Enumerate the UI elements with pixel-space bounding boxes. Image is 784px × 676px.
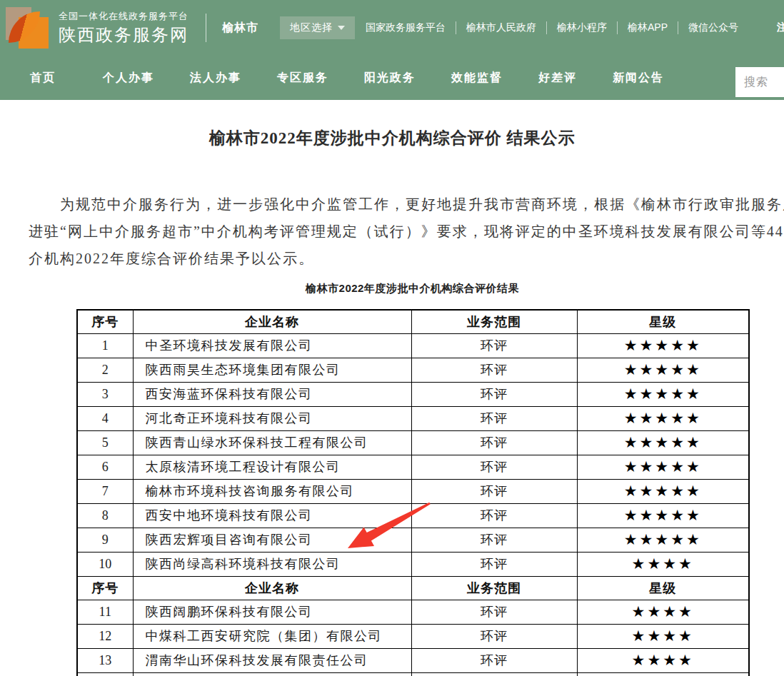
table-row: 12中煤科工西安研究院（集团）有限公司环评★★★★ [77,624,749,648]
table-row: 8西安中地环境科技有限公司环评★★★★★ [77,503,749,528]
nav-item[interactable]: 首页 [30,71,56,86]
cell-no: 7 [77,479,133,503]
star-rating: ★★★★ [577,600,749,624]
table-row: 5陕西青山绿水环保科技工程有限公司环评★★★★★ [77,430,749,455]
cell-name: 陕西宏辉项目咨询有限公司 [133,528,411,552]
column-header: 业务范围 [411,310,577,333]
column-header: 星级 [577,310,749,333]
nav-item[interactable]: 新闻公告 [613,71,664,86]
top-link[interactable]: 榆林小程序 [547,21,618,34]
cell-name: 陕西阔鹏环保科技有限公司 [133,600,411,624]
table-row: 11陕西阔鹏环保科技有限公司环评★★★★ [77,600,749,624]
top-link[interactable]: 榆林市人民政府 [456,21,547,34]
table-row: 7榆林市环境科技咨询服务有限公司环评★★★★★ [77,479,749,503]
announcement-paragraph: 为规范中介服务行为，进一步强化中介监管工作，更好地提升我市营商环境，根据《榆林市… [0,191,784,272]
cell-no: 1 [77,333,133,358]
cell-no: 2 [77,358,133,382]
nav-item[interactable]: 好差评 [538,71,577,86]
star-rating: ★★★★★ [577,503,749,528]
cell-name: 西安中地环境科技有限公司 [133,503,411,528]
table-row: 4河北奇正环境科技有限公司环评★★★★★ [77,406,749,430]
star-rating: ★★★★★ [577,479,749,503]
cell-scope: 环评 [411,503,577,528]
evaluation-results-table: 序号企业名称业务范围星级1中圣环境科技发展有限公司环评★★★★★2陕西雨昊生态环… [76,309,750,676]
cell-scope: 环评 [411,455,577,479]
nav-item[interactable]: 法人办事 [190,71,241,86]
nav-item[interactable]: 个人办事 [103,71,154,86]
cell-scope: 环评 [411,333,577,358]
main-nav: 首页个人办事法人办事专区服务阳光政务效能监督好差评新闻公告 [0,56,784,100]
paragraph-line: 为规范中介服务行为，进一步强化中介监管工作，更好地提升我市营商环境，根据《榆林市… [29,191,784,218]
column-header: 序号 [77,576,133,600]
cell-name: 太原核清环境工程设计有限公司 [133,455,411,479]
cell-no: 13 [77,648,133,672]
cell-name: 西安海蓝环保科技有限公司 [133,382,411,406]
divider [206,14,206,42]
table-caption: 榆林市2022年度涉批中介机构综合评价结果 [76,282,748,296]
header-top-bar: 全国一体化在线政务服务平台 陕西政务服务网 榆林市 地区选择 国家政务服务平台榆… [0,0,784,56]
cell-scope: 环评 [411,648,577,672]
table-row: 6太原核清环境工程设计有限公司环评★★★★★ [77,455,749,479]
star-rating: ★★★★★ [577,382,749,406]
star-rating: ★★★★★ [577,358,749,382]
table-header-row: 序号企业名称业务范围星级 [77,576,749,600]
search-input[interactable] [735,67,784,97]
star-rating: ★★★★★ [577,406,749,430]
cell-no: 3 [77,382,133,406]
paragraph-line: 介机构2022年度综合评价结果予以公示。 [29,245,784,272]
cell-scope: 环评 [411,624,577,648]
star-rating: ★★★★★ [577,455,749,479]
table-row: 2陕西雨昊生态环境集团有限公司环评★★★★★ [77,358,749,382]
star-rating: ★★★★ [577,624,749,648]
top-link[interactable]: 国家政务服务平台 [356,21,456,34]
table-row: 1中圣环境科技发展有限公司环评★★★★★ [77,333,749,358]
nav-item[interactable]: 效能监督 [451,71,503,86]
cell-name: 河北奇正环境科技有限公司 [133,406,411,430]
table-row: 13渭南华山环保科技发展有限责任公司环评★★★★ [77,648,749,672]
column-header: 企业名称 [133,576,411,600]
table-header-row: 序号企业名称业务范围星级 [77,310,749,333]
table-row: 10陕西尚绿高科环境科技有限公司环评★★★★ [77,552,749,576]
cell-name: 陕西尚绿高科环境科技有限公司 [133,552,411,576]
site-title: 陕西政务服务网 [59,24,189,46]
table-row-clipped [77,672,749,676]
paragraph-line: 进驻“网上中介服务超市”中介机构考评管理规定（试行）》要求，现将评定的中圣环境科… [29,218,784,245]
results-table-wrap: 榆林市2022年度涉批中介机构综合评价结果 序号企业名称业务范围星级1中圣环境科… [76,282,748,676]
platform-subtitle: 全国一体化在线政务服务平台 [59,9,189,24]
cell-no: 9 [77,528,133,552]
current-city-label: 榆林市 [222,21,258,36]
top-link[interactable]: 微信公众号 [678,21,748,34]
nav-item[interactable]: 阳光政务 [364,71,416,86]
cell-scope: 环评 [411,358,577,382]
column-header: 企业名称 [133,310,411,333]
cell-no: 6 [77,455,133,479]
cell-no: 12 [77,624,133,648]
top-link[interactable]: 榆林APP [618,21,678,34]
cell-name: 中煤科工西安研究院（集团）有限公司 [133,624,411,648]
region-select-button[interactable]: 地区选择 [280,16,355,39]
table-row: 3西安海蓝环保科技有限公司环评★★★★★ [77,382,749,406]
site-logo-icon [6,6,50,51]
chevron-down-icon [338,26,345,30]
cell-scope: 环评 [411,382,577,406]
cell-name: 中圣环境科技发展有限公司 [133,333,411,358]
table-row: 9陕西宏辉项目咨询有限公司环评★★★★★ [77,528,749,552]
column-header: 业务范围 [411,576,577,600]
column-header: 序号 [77,310,133,333]
star-rating: ★★★★ [577,552,749,576]
cell-scope: 环评 [411,430,577,455]
search-box [735,67,784,97]
nav-item[interactable]: 专区服务 [277,71,328,86]
star-rating: ★★★★ [577,648,749,672]
region-select-label: 地区选择 [290,21,333,34]
cell-name: 陕西雨昊生态环境集团有限公司 [133,358,411,382]
cell-scope: 环评 [411,479,577,503]
cell-no: 5 [77,430,133,455]
column-header: 星级 [577,576,749,600]
top-link[interactable]: 注册 [767,21,784,34]
announcement-article: 榆林市2022年度涉批中介机构综合评价 结果公示 为规范中介服务行为，进一步强化… [0,127,784,676]
cell-name: 渭南华山环保科技发展有限责任公司 [133,648,411,672]
cell-no: 10 [77,552,133,576]
cell-no: 8 [77,503,133,528]
cell-scope: 环评 [411,600,577,624]
